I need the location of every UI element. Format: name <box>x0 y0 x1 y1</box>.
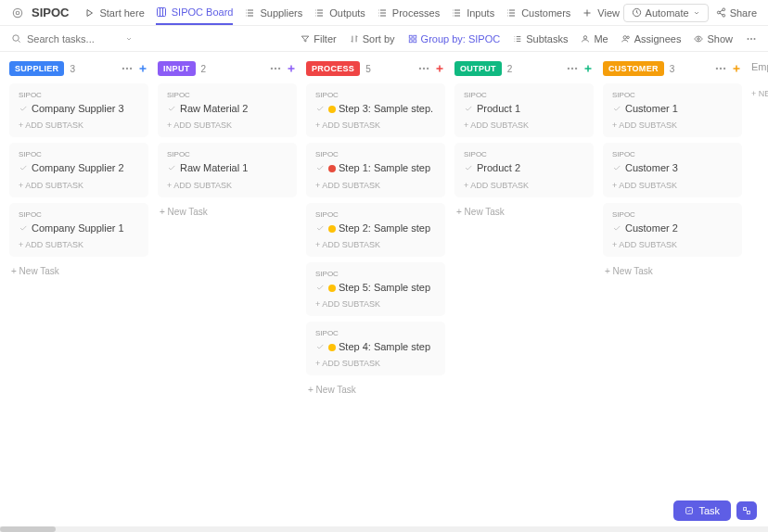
group-by-button[interactable]: Group by: SIPOC <box>408 33 501 44</box>
automate-button[interactable]: Automate <box>623 4 709 22</box>
new-task-button[interactable]: + New Task <box>158 203 297 221</box>
new-task-button[interactable]: + New Task <box>454 203 594 221</box>
nav-tab-view[interactable]: View <box>582 2 620 24</box>
add-subtask-button[interactable]: + ADD SUBTASK <box>464 120 584 130</box>
me-button[interactable]: Me <box>581 33 608 44</box>
nav-tab-outputs[interactable]: Outputs <box>314 2 365 24</box>
subtasks-button[interactable]: Subtasks <box>513 33 568 44</box>
plus-icon <box>582 7 593 19</box>
check-icon[interactable] <box>612 163 621 172</box>
more-icon[interactable] <box>566 62 579 75</box>
subtasks-label: Subtasks <box>526 33 568 44</box>
svg-rect-8 <box>409 35 412 38</box>
check-icon[interactable] <box>612 104 621 113</box>
nav-tab-inputs[interactable]: Inputs <box>451 2 494 24</box>
column-input: INPUT 2 SIPOC Raw Material 2 + ADD SUBTA… <box>158 61 297 523</box>
task-card[interactable]: SIPOC Customer 2 + ADD SUBTASK <box>603 203 742 257</box>
add-card-icon[interactable] <box>582 63 594 74</box>
add-subtask-button[interactable]: + ADD SUBTASK <box>167 120 288 130</box>
more-icon[interactable] <box>417 62 430 75</box>
task-card[interactable]: SIPOC Customer 3 + ADD SUBTASK <box>603 143 742 196</box>
column-count: 2 <box>507 64 513 74</box>
check-icon[interactable] <box>167 163 176 172</box>
check-icon[interactable] <box>315 223 325 233</box>
check-icon[interactable] <box>19 223 28 233</box>
add-subtask-button[interactable]: + ADD SUBTASK <box>315 240 436 249</box>
new-task-button[interactable]: Task <box>673 500 731 521</box>
check-icon[interactable] <box>19 104 28 113</box>
add-card-icon[interactable] <box>137 63 148 74</box>
chevron-down-icon[interactable] <box>125 35 133 43</box>
add-subtask-button[interactable]: + ADD SUBTASK <box>612 240 733 249</box>
card-title: Step 4: Sample step <box>328 340 430 353</box>
scrollbar-thumb[interactable] <box>0 526 56 532</box>
card-category: SIPOC <box>464 91 584 99</box>
nav-tab-customers[interactable]: Customers <box>506 2 570 24</box>
card-row: Company Supplier 2 <box>19 161 139 174</box>
empty-new-task[interactable]: + NE <box>751 89 768 98</box>
check-icon[interactable] <box>612 223 621 233</box>
more-icon[interactable] <box>121 62 134 75</box>
column-count: 3 <box>70 64 75 74</box>
add-subtask-button[interactable]: + ADD SUBTASK <box>315 120 436 130</box>
filter-button[interactable]: Filter <box>301 33 336 44</box>
svg-point-32 <box>720 68 722 70</box>
check-icon[interactable] <box>167 104 176 113</box>
search-input[interactable] <box>27 33 120 44</box>
add-subtask-button[interactable]: + ADD SUBTASK <box>315 181 436 190</box>
sort-button[interactable]: Sort by <box>350 33 395 44</box>
more-icon[interactable] <box>714 62 727 75</box>
nav-tab-processes[interactable]: Processes <box>377 2 440 24</box>
task-card[interactable]: SIPOC Product 2 + ADD SUBTASK <box>454 143 594 196</box>
add-subtask-button[interactable]: + ADD SUBTASK <box>612 120 733 130</box>
add-subtask-button[interactable]: + ADD SUBTASK <box>464 181 584 190</box>
check-icon[interactable] <box>19 163 28 172</box>
horizontal-scrollbar[interactable] <box>0 526 768 532</box>
task-expand-button[interactable] <box>736 501 757 520</box>
nav-tab-sipoc-board[interactable]: SIPOC Board <box>156 1 234 25</box>
add-card-icon[interactable] <box>434 63 445 74</box>
card-row: Customer 3 <box>612 161 733 174</box>
add-subtask-button[interactable]: + ADD SUBTASK <box>315 359 436 368</box>
svg-point-23 <box>275 68 276 70</box>
task-card[interactable]: SIPOC Company Supplier 3 + ADD SUBTASK <box>9 83 148 137</box>
check-icon[interactable] <box>315 163 325 172</box>
task-card[interactable]: SIPOC Raw Material 1 + ADD SUBTASK <box>158 143 297 196</box>
task-card[interactable]: SIPOC Company Supplier 1 + ADD SUBTASK <box>9 203 148 257</box>
task-card[interactable]: SIPOC Raw Material 2 + ADD SUBTASK <box>158 83 297 137</box>
nav-tab-suppliers[interactable]: Suppliers <box>244 2 302 24</box>
nav-tab-start-here[interactable]: Start here <box>83 2 144 24</box>
add-card-icon[interactable] <box>286 63 297 74</box>
new-task-button[interactable]: + New Task <box>603 262 742 280</box>
check-icon[interactable] <box>464 104 473 113</box>
new-task-button[interactable]: + New Task <box>9 262 148 280</box>
add-card-icon[interactable] <box>731 63 742 74</box>
task-card[interactable]: SIPOC Step 5: Sample step + ADD SUBTASK <box>306 262 445 316</box>
add-subtask-button[interactable]: + ADD SUBTASK <box>19 181 139 190</box>
task-card[interactable]: SIPOC Company Supplier 2 + ADD SUBTASK <box>9 143 148 196</box>
task-card[interactable]: SIPOC Step 3: Sample step. + ADD SUBTASK <box>306 83 445 137</box>
task-card[interactable]: SIPOC Product 1 + ADD SUBTASK <box>454 83 594 137</box>
more-icon[interactable] <box>269 62 282 75</box>
check-icon[interactable] <box>315 342 325 351</box>
show-button[interactable]: Show <box>694 33 733 44</box>
add-subtask-button[interactable]: + ADD SUBTASK <box>315 299 436 309</box>
share-button[interactable]: Share <box>716 7 757 19</box>
new-task-button[interactable]: + New Task <box>306 381 445 399</box>
check-icon[interactable] <box>315 283 325 292</box>
check-icon[interactable] <box>464 163 473 172</box>
task-card[interactable]: SIPOC Customer 1 + ADD SUBTASK <box>603 83 742 137</box>
add-subtask-button[interactable]: + ADD SUBTASK <box>167 181 288 190</box>
check-icon[interactable] <box>315 104 325 113</box>
toolbar-right: Filter Sort by Group by: SIPOC Subtasks … <box>301 33 757 44</box>
add-subtask-button[interactable]: + ADD SUBTASK <box>612 181 733 190</box>
task-card[interactable]: SIPOC Step 2: Sample step + ADD SUBTASK <box>306 203 445 257</box>
column-label: INPUT <box>158 61 196 76</box>
task-card[interactable]: SIPOC Step 1: Sample step + ADD SUBTASK <box>306 143 445 196</box>
add-subtask-button[interactable]: + ADD SUBTASK <box>19 120 139 130</box>
task-card[interactable]: SIPOC Step 4: Sample step + ADD SUBTASK <box>306 322 445 375</box>
add-subtask-button[interactable]: + ADD SUBTASK <box>19 240 139 249</box>
card-category: SIPOC <box>167 150 288 158</box>
more-icon[interactable] <box>746 33 757 44</box>
assignees-button[interactable]: Assignees <box>621 33 682 44</box>
